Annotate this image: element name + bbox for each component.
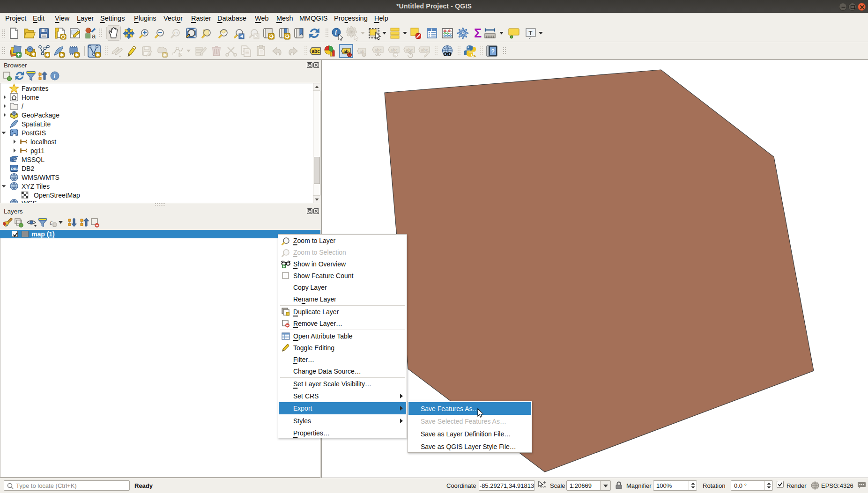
- svg-text:i: i: [335, 29, 337, 36]
- svg-text:pg11: pg11: [30, 147, 45, 155]
- svg-text:Σ: Σ: [474, 26, 482, 40]
- svg-text:Home: Home: [22, 94, 39, 101]
- svg-text:SpatiaLite: SpatiaLite: [22, 120, 51, 128]
- svg-text:PostGIS: PostGIS: [22, 129, 46, 137]
- svg-text:T: T: [529, 29, 533, 37]
- svg-text:OpenStreetMap: OpenStreetMap: [34, 191, 80, 199]
- svg-text:GeoPackage: GeoPackage: [22, 111, 59, 119]
- svg-text:DB2: DB2: [22, 165, 34, 172]
- svg-text:1:1: 1:1: [174, 31, 178, 35]
- svg-text:DB2: DB2: [11, 167, 19, 171]
- svg-text:XYZ Tiles: XYZ Tiles: [22, 183, 50, 190]
- svg-text:MSSQL: MSSQL: [22, 156, 45, 163]
- svg-text:localhost: localhost: [30, 138, 56, 146]
- svg-text:WCS: WCS: [22, 199, 37, 204]
- svg-text:ε: ε: [50, 219, 52, 226]
- svg-text:WMS/WMTS: WMS/WMTS: [22, 174, 59, 181]
- svg-text:i: i: [54, 73, 56, 80]
- svg-text:a: a: [92, 32, 96, 40]
- svg-text:/: /: [22, 103, 23, 110]
- svg-text:ab: ab: [343, 49, 349, 54]
- svg-text:abc: abc: [312, 49, 320, 54]
- svg-text:?: ?: [491, 48, 495, 55]
- svg-text:Favorites: Favorites: [22, 85, 49, 92]
